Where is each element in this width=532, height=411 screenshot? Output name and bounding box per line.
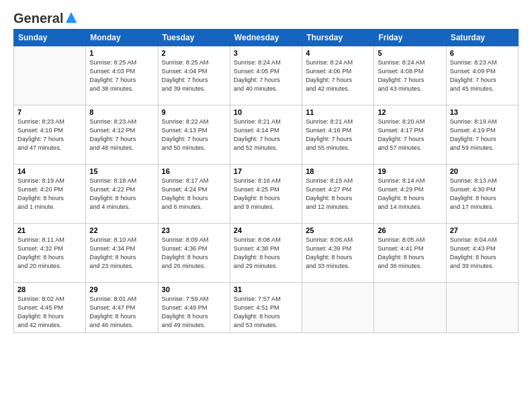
cell-info: Sunrise: 8:18 AMSunset: 4:22 PMDaylight:…	[89, 177, 154, 212]
calendar-cell: 4Sunrise: 8:24 AMSunset: 4:06 PMDaylight…	[302, 46, 374, 105]
calendar-cell: 23Sunrise: 8:09 AMSunset: 4:36 PMDayligh…	[158, 224, 230, 283]
calendar-cell: 2Sunrise: 8:25 AMSunset: 4:04 PMDaylight…	[158, 46, 230, 105]
calendar-cell: 21Sunrise: 8:11 AMSunset: 4:32 PMDayligh…	[14, 224, 86, 283]
date-number: 8	[89, 108, 154, 116]
calendar-cell: 5Sunrise: 8:24 AMSunset: 4:08 PMDaylight…	[374, 46, 446, 105]
date-number: 31	[234, 285, 298, 293]
date-number: 9	[162, 108, 226, 116]
cell-info: Sunrise: 8:04 AMSunset: 4:43 PMDaylight:…	[450, 236, 515, 271]
date-number: 20	[450, 167, 515, 175]
cell-info: Sunrise: 8:05 AMSunset: 4:41 PMDaylight:…	[378, 236, 442, 271]
calendar-cell: 13Sunrise: 8:19 AMSunset: 4:19 PMDayligh…	[446, 105, 518, 165]
date-number: 27	[450, 226, 515, 234]
calendar-cell	[302, 283, 374, 333]
cell-info: Sunrise: 8:24 AMSunset: 4:08 PMDaylight:…	[378, 58, 442, 93]
day-header-monday: Monday	[86, 30, 158, 46]
date-number: 17	[234, 167, 298, 175]
date-number: 18	[306, 167, 370, 175]
calendar-cell: 20Sunrise: 8:13 AMSunset: 4:30 PMDayligh…	[446, 165, 518, 224]
cell-info: Sunrise: 8:09 AMSunset: 4:36 PMDaylight:…	[162, 236, 226, 271]
calendar-table: SundayMondayTuesdayWednesdayThursdayFrid…	[13, 29, 519, 333]
cell-info: Sunrise: 8:22 AMSunset: 4:13 PMDaylight:…	[162, 118, 226, 152]
calendar-cell: 6Sunrise: 8:23 AMSunset: 4:09 PMDaylight…	[446, 46, 518, 105]
date-number: 2	[162, 49, 226, 57]
day-header-sunday: Sunday	[14, 30, 86, 46]
date-number: 14	[17, 167, 82, 175]
cell-info: Sunrise: 7:59 AMSunset: 4:49 PMDaylight:…	[162, 295, 226, 330]
day-header-wednesday: Wednesday	[230, 30, 302, 46]
cell-info: Sunrise: 8:21 AMSunset: 4:14 PMDaylight:…	[234, 118, 298, 152]
cell-info: Sunrise: 8:01 AMSunset: 4:47 PMDaylight:…	[89, 295, 154, 330]
cell-info: Sunrise: 8:25 AMSunset: 4:04 PMDaylight:…	[162, 58, 226, 93]
calendar-cell: 12Sunrise: 8:20 AMSunset: 4:17 PMDayligh…	[374, 105, 446, 165]
cell-info: Sunrise: 8:25 AMSunset: 4:03 PMDaylight:…	[89, 58, 154, 93]
cell-info: Sunrise: 8:06 AMSunset: 4:39 PMDaylight:…	[306, 236, 370, 271]
day-header-saturday: Saturday	[446, 30, 518, 46]
cell-info: Sunrise: 8:10 AMSunset: 4:34 PMDaylight:…	[89, 236, 154, 271]
date-number: 22	[89, 226, 154, 234]
calendar-cell	[374, 283, 446, 333]
calendar-cell: 7Sunrise: 8:23 AMSunset: 4:10 PMDaylight…	[14, 105, 86, 165]
calendar-cell: 26Sunrise: 8:05 AMSunset: 4:41 PMDayligh…	[374, 224, 446, 283]
calendar-cell: 17Sunrise: 8:16 AMSunset: 4:25 PMDayligh…	[230, 165, 302, 224]
cell-info: Sunrise: 8:11 AMSunset: 4:32 PMDaylight:…	[17, 236, 82, 271]
date-number: 25	[306, 226, 370, 234]
date-number: 7	[17, 108, 82, 116]
calendar-cell: 25Sunrise: 8:06 AMSunset: 4:39 PMDayligh…	[302, 224, 374, 283]
date-number: 6	[450, 49, 515, 57]
calendar-cell: 15Sunrise: 8:18 AMSunset: 4:22 PMDayligh…	[86, 165, 158, 224]
calendar-cell: 18Sunrise: 8:15 AMSunset: 4:27 PMDayligh…	[302, 165, 374, 224]
day-header-friday: Friday	[374, 30, 446, 46]
cell-info: Sunrise: 8:08 AMSunset: 4:38 PMDaylight:…	[234, 236, 298, 271]
date-number: 16	[162, 167, 226, 175]
calendar-cell	[446, 283, 518, 333]
date-number: 29	[89, 285, 154, 293]
cell-info: Sunrise: 8:02 AMSunset: 4:45 PMDaylight:…	[17, 295, 82, 330]
cell-info: Sunrise: 8:13 AMSunset: 4:30 PMDaylight:…	[450, 177, 515, 212]
date-number: 13	[450, 108, 515, 116]
cell-info: Sunrise: 8:19 AMSunset: 4:20 PMDaylight:…	[17, 177, 82, 212]
date-number: 26	[378, 226, 442, 234]
calendar-cell: 28Sunrise: 8:02 AMSunset: 4:45 PMDayligh…	[14, 283, 86, 333]
date-number: 5	[378, 49, 442, 57]
calendar-cell: 9Sunrise: 8:22 AMSunset: 4:13 PMDaylight…	[158, 105, 230, 165]
date-number: 10	[234, 108, 298, 116]
calendar-cell: 22Sunrise: 8:10 AMSunset: 4:34 PMDayligh…	[86, 224, 158, 283]
calendar-cell: 1Sunrise: 8:25 AMSunset: 4:03 PMDaylight…	[86, 46, 158, 105]
calendar-cell: 31Sunrise: 7:57 AMSunset: 4:51 PMDayligh…	[230, 283, 302, 333]
calendar-cell: 29Sunrise: 8:01 AMSunset: 4:47 PMDayligh…	[86, 283, 158, 333]
cell-info: Sunrise: 8:15 AMSunset: 4:27 PMDaylight:…	[306, 177, 370, 212]
calendar-cell: 8Sunrise: 8:23 AMSunset: 4:12 PMDaylight…	[86, 105, 158, 165]
page-container: General SundayMondayTuesdayWednesdayThur…	[0, 0, 532, 340]
calendar-cell: 10Sunrise: 8:21 AMSunset: 4:14 PMDayligh…	[230, 105, 302, 165]
calendar-cell	[14, 46, 86, 105]
cell-info: Sunrise: 8:19 AMSunset: 4:19 PMDaylight:…	[450, 118, 515, 152]
calendar-cell: 14Sunrise: 8:19 AMSunset: 4:20 PMDayligh…	[14, 165, 86, 224]
cell-info: Sunrise: 8:17 AMSunset: 4:24 PMDaylight:…	[162, 177, 226, 212]
date-number: 3	[234, 49, 298, 57]
cell-info: Sunrise: 8:23 AMSunset: 4:10 PMDaylight:…	[17, 118, 82, 152]
logo-icon	[64, 11, 78, 24]
date-number: 15	[89, 167, 154, 175]
calendar-cell: 24Sunrise: 8:08 AMSunset: 4:38 PMDayligh…	[230, 224, 302, 283]
calendar-cell: 16Sunrise: 8:17 AMSunset: 4:24 PMDayligh…	[158, 165, 230, 224]
cell-info: Sunrise: 8:23 AMSunset: 4:12 PMDaylight:…	[89, 118, 154, 152]
date-number: 28	[17, 285, 82, 293]
day-header-tuesday: Tuesday	[158, 30, 230, 46]
calendar-cell: 3Sunrise: 8:24 AMSunset: 4:05 PMDaylight…	[230, 46, 302, 105]
date-number: 24	[234, 226, 298, 234]
date-number: 30	[162, 285, 226, 293]
day-header-thursday: Thursday	[302, 30, 374, 46]
logo: General	[13, 11, 78, 24]
calendar-cell: 30Sunrise: 7:59 AMSunset: 4:49 PMDayligh…	[158, 283, 230, 333]
date-number: 23	[162, 226, 226, 234]
svg-marker-0	[66, 12, 77, 23]
date-number: 21	[17, 226, 82, 234]
cell-info: Sunrise: 8:16 AMSunset: 4:25 PMDaylight:…	[234, 177, 298, 212]
cell-info: Sunrise: 8:20 AMSunset: 4:17 PMDaylight:…	[378, 118, 442, 152]
calendar-cell: 19Sunrise: 8:14 AMSunset: 4:29 PMDayligh…	[374, 165, 446, 224]
date-number: 19	[378, 167, 442, 175]
date-number: 4	[306, 49, 370, 57]
cell-info: Sunrise: 8:21 AMSunset: 4:16 PMDaylight:…	[306, 118, 370, 152]
cell-info: Sunrise: 8:23 AMSunset: 4:09 PMDaylight:…	[450, 58, 515, 93]
